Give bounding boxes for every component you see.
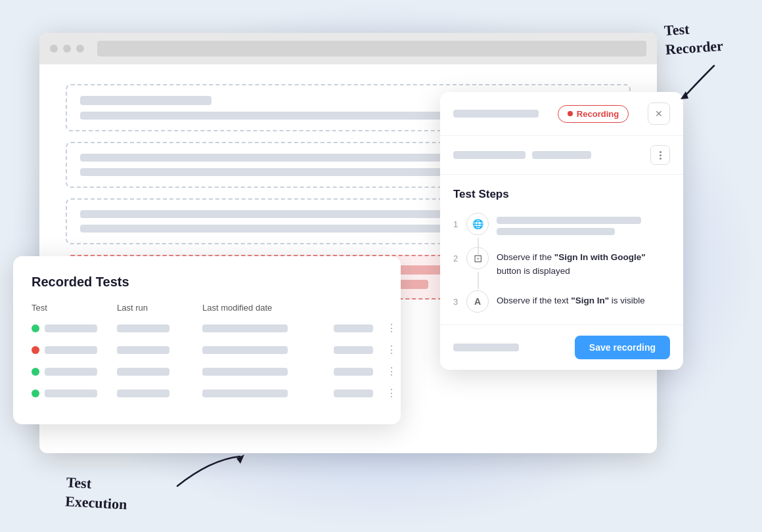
recording-dot-icon [568,111,573,116]
cell-skeleton [45,389,97,397]
status-dot-green [32,389,39,397]
cell-skeleton [117,389,169,397]
cell-skeleton [117,346,169,354]
close-button[interactable]: ✕ [648,102,670,125]
step-number-1: 1 [453,219,466,229]
cell-skeleton [334,324,373,332]
step-item-1: 1 🌐 [453,213,670,235]
status-dot-green [32,368,39,376]
cell-skeleton [202,346,288,354]
browser-titlebar [39,33,657,64]
cell-skeleton [45,324,97,332]
annotation-test-recorder: TestRecorder [663,18,724,59]
step-icon-text: A [466,290,489,313]
recorder-subheader [440,136,683,175]
recorded-tests-panel: Recorded Tests Test Last run Last modifi… [13,256,401,424]
step-skeleton-2 [497,228,615,235]
cell-skeleton [202,324,288,332]
row-menu-button[interactable]: ⋮ [386,387,406,399]
more-dot [660,158,661,160]
row-menu-button[interactable]: ⋮ [386,322,406,334]
text-icon: A [474,296,481,307]
cell-skeleton [202,389,288,397]
subheader-skeleton-2 [532,151,591,159]
browser-dot-red [50,45,58,53]
step-icon-globe: 🌐 [466,213,489,235]
table-header: Test Last run Last modified date [32,303,382,313]
status-dot-green [32,324,39,332]
cell-skeleton [45,346,97,354]
table-row: ⋮ [32,322,382,334]
step-number-2: 2 [453,254,466,263]
step-content-1 [497,213,670,235]
table-row: ⋮ [32,344,382,356]
step-number-3: 3 [453,297,466,307]
skeleton-block [80,96,212,105]
step-content-2: Observe if the "Sign In with Google" but… [497,247,670,278]
cell-skeleton [334,389,373,397]
globe-icon: 🌐 [472,219,483,229]
step-content-3: Observe if the text "Sign In" is visible [497,290,670,308]
element-icon: ⊡ [474,252,482,265]
cell-skeleton [334,346,373,354]
browser-dot-green [76,45,84,53]
cell-skeleton [117,368,169,376]
subheader-skeleton-1 [453,151,526,159]
save-recording-button[interactable]: Save recording [575,336,670,359]
step-icon-element: ⊡ [466,247,489,269]
test-steps-section: Test Steps 1 🌐 2 ⊡ Observe if the "Sign … [440,175,683,313]
browser-urlbar [97,41,646,56]
row-menu-button[interactable]: ⋮ [386,365,406,378]
cell-skeleton [202,368,288,376]
footer-skeleton [453,344,519,351]
recorder-header: Recording ✕ [440,92,683,136]
status-dot-red [32,346,39,354]
col-last-modified: Last modified date [202,303,334,313]
step-text-3: Observe if the text "Sign In" is visible [497,296,645,305]
cell-skeleton [334,368,373,376]
more-dot [660,151,661,153]
row-menu-button[interactable]: ⋮ [386,344,406,356]
cell-skeleton [117,324,169,332]
col-test: Test [32,303,117,313]
connector-line [478,272,479,289]
browser-dot-yellow [63,45,71,53]
more-menu-button[interactable] [650,145,670,165]
recorder-header-skeleton [453,110,539,118]
col-empty [334,303,386,313]
svg-marker-1 [236,454,244,464]
recorder-panel: Recording ✕ Test Steps 1 🌐 [440,92,683,370]
col-last-run: Last run [117,303,202,313]
step-item-2: 2 ⊡ Observe if the "Sign In with Google"… [453,247,670,278]
panel-title: Recorded Tests [32,275,382,290]
table-row: ⋮ [32,387,382,399]
more-dot [660,154,661,156]
arrow-test-execution [171,447,250,493]
recorder-footer: Save recording [440,324,683,370]
annotation-test-execution: TestExecution [65,473,129,514]
close-icon: ✕ [655,108,663,119]
recording-label: Recording [577,109,619,119]
step-text-2: Observe if the "Sign In with Google" but… [497,252,646,276]
recording-badge: Recording [558,105,629,123]
step-item-3: 3 A Observe if the text "Sign In" is vis… [453,290,670,313]
test-steps-title: Test Steps [453,188,670,201]
col-actions [386,303,406,313]
table-row: ⋮ [32,365,382,378]
cell-skeleton [45,368,97,376]
step-skeleton-1 [497,217,641,224]
